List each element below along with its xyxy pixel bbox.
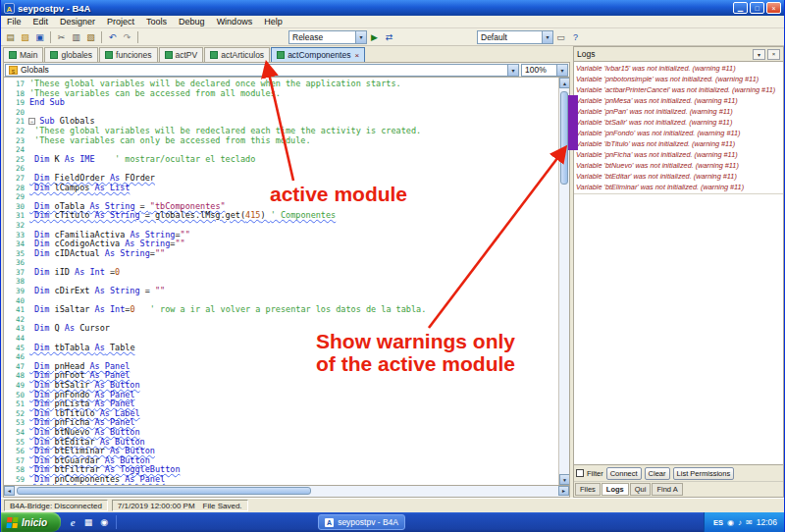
code-line-41[interactable]: 41 Dim iSaltar As Int=0 ' row a ir al vo… xyxy=(4,305,558,315)
volume-icon[interactable]: ♪ xyxy=(738,518,742,527)
release-mode-select[interactable]: Release▾ xyxy=(288,30,367,44)
messenger-icon[interactable]: ✉ xyxy=(746,518,753,527)
open-project-icon[interactable]: ▨ xyxy=(18,29,32,44)
code-line-37[interactable]: 37 Dim iID As Int =0 xyxy=(4,268,558,278)
code-line-31[interactable]: 31 Dim cTitulo As String = globales.lMsg… xyxy=(4,211,558,221)
zoom-selector-combo[interactable]: 100% ▾ xyxy=(521,64,568,77)
list-permissions-button[interactable]: List Permissions xyxy=(673,467,735,480)
compile-run-icon[interactable]: ▶ xyxy=(367,29,382,44)
menu-designer[interactable]: Designer xyxy=(54,16,101,27)
log-warning[interactable]: Variable 'lbTitulo' was not initialized.… xyxy=(576,138,781,149)
undo-icon[interactable]: ↶ xyxy=(105,29,120,44)
log-warning[interactable]: Variable 'btSalir' was not initialized. … xyxy=(576,117,781,128)
chevron-down-icon[interactable]: ▾ xyxy=(507,65,518,76)
chevron-down-icon[interactable]: ▾ xyxy=(355,31,366,43)
pin-icon[interactable]: ▾ xyxy=(753,49,765,60)
chevron-down-icon[interactable]: ▾ xyxy=(542,31,552,43)
new-file-icon[interactable]: ▤ xyxy=(3,29,18,44)
menu-tools[interactable]: Tools xyxy=(140,16,173,27)
taskbar-app-button[interactable]: A seypostpv - B4A xyxy=(318,514,405,530)
code-line-35[interactable]: 35 Dim cIDActual As String="" xyxy=(4,249,558,259)
tab-funciones[interactable]: funciones xyxy=(99,47,157,62)
code-line-28[interactable]: 28 Dim lCampos As List xyxy=(4,184,558,193)
code-line-59[interactable]: 59 Dim pnComponentes As Panel xyxy=(4,475,558,485)
filter-checkbox[interactable] xyxy=(576,469,584,477)
log-warning[interactable]: Variable 'pnFondo' was not initialized. … xyxy=(576,128,781,138)
media-player-icon[interactable]: ◉ xyxy=(97,515,111,529)
line-number: 41 xyxy=(4,305,29,315)
language-indicator[interactable]: ES xyxy=(713,518,723,527)
b4a-app-icon: A xyxy=(325,518,334,527)
logs-panel: Logs ▾ × Variable 'lvbar15' was not init… xyxy=(573,46,784,498)
log-warning[interactable]: Variable 'btNuevo' was not initialized. … xyxy=(576,160,781,171)
editor-sub-bar: s Globals ▾ 100% ▾ xyxy=(3,62,570,78)
panel-tab-files[interactable]: Files xyxy=(575,483,601,496)
log-warning[interactable]: Variable 'pnMesa' was not initialized. (… xyxy=(576,95,781,106)
minimize-button[interactable]: ▁ xyxy=(733,2,748,14)
scrollbar-thumb[interactable] xyxy=(560,91,568,185)
redo-icon[interactable]: ↷ xyxy=(120,29,134,44)
connect-button[interactable]: Connect xyxy=(606,467,642,480)
line-number: 39 xyxy=(4,287,29,296)
tab-actComponentes[interactable]: actComponentes× xyxy=(271,47,365,62)
designer-icon[interactable]: ▭ xyxy=(553,29,568,44)
menu-project[interactable]: Project xyxy=(101,16,140,27)
log-warning[interactable]: Variable 'actbarPrinterCancel' was not i… xyxy=(576,84,781,95)
line-number: 45 xyxy=(4,344,29,353)
paste-icon[interactable]: ▧ xyxy=(83,29,98,44)
log-warning[interactable]: Variable 'pnFicha' was not initialized. … xyxy=(576,149,781,160)
fold-marker-icon[interactable]: − xyxy=(28,118,35,125)
code-line-39[interactable]: 39 Dim cDirExt As String = "" xyxy=(4,287,558,296)
bridge-icon[interactable]: ⇄ xyxy=(382,29,396,44)
cut-icon[interactable]: ✂ xyxy=(54,29,69,44)
log-warning[interactable]: Variable 'lvbar15' was not initialized. … xyxy=(576,63,781,74)
network-icon[interactable]: ◉ xyxy=(727,518,734,527)
help-icon[interactable]: ? xyxy=(568,29,583,44)
close-tab-icon[interactable]: × xyxy=(354,51,359,60)
menu-help[interactable]: Help xyxy=(258,16,288,27)
member-selector-combo[interactable]: s Globals ▾ xyxy=(5,64,519,77)
scrollbar-thumb[interactable] xyxy=(17,487,311,495)
menu-edit[interactable]: Edit xyxy=(27,16,55,27)
code-line-43[interactable]: 43 Dim Q As Cursor xyxy=(4,324,558,334)
panel-tab-find-a[interactable]: Find A xyxy=(652,483,682,496)
log-warning[interactable]: Variable 'btEliminar' was not initialize… xyxy=(576,182,781,192)
menu-debug[interactable]: Debug xyxy=(173,16,211,27)
copy-icon[interactable]: ▥ xyxy=(69,29,83,44)
scroll-left-icon[interactable]: ◄ xyxy=(4,486,15,496)
close-button[interactable]: × xyxy=(766,2,781,14)
tab-Main[interactable]: Main xyxy=(3,47,43,62)
log-warning[interactable]: Variable 'pnPan' was not initialized. (w… xyxy=(576,106,781,117)
build-config-select[interactable]: Default▾ xyxy=(477,30,553,44)
scroll-up-icon[interactable]: ▲ xyxy=(559,78,570,88)
log-warning[interactable]: Variable 'btEditar' was not initialized.… xyxy=(576,171,781,182)
code-line-18[interactable]: 18'These variables can be accessed from … xyxy=(4,89,558,99)
menu-file[interactable]: File xyxy=(1,16,27,27)
scroll-right-icon[interactable]: ► xyxy=(558,486,569,496)
close-panel-icon[interactable]: × xyxy=(767,49,780,60)
editor-horizontal-scrollbar[interactable]: ◄ ► xyxy=(3,486,570,498)
code-editor[interactable]: 17'These global variables will be declar… xyxy=(3,78,570,486)
log-warning[interactable]: Variable 'pnbotonsimple' was not initial… xyxy=(576,74,781,84)
code-line-19[interactable]: 19End Sub xyxy=(4,98,558,108)
save-icon[interactable]: ▣ xyxy=(32,29,47,44)
panel-tab-qui[interactable]: Qui xyxy=(630,483,652,496)
line-number: 20 xyxy=(4,108,29,118)
tab-actPV[interactable]: actPV xyxy=(159,47,204,62)
scroll-down-icon[interactable]: ▼ xyxy=(559,474,570,485)
show-desktop-icon[interactable]: ▦ xyxy=(81,515,95,529)
code-line-25[interactable]: 25 Dim K As IME ' mostrar/ocultar el tec… xyxy=(4,155,558,165)
start-button[interactable]: Inicio xyxy=(1,512,61,532)
internet-explorer-icon[interactable]: e xyxy=(66,515,79,529)
tab-globales[interactable]: globales xyxy=(44,47,98,62)
panel-tab-logs[interactable]: Logs xyxy=(602,483,629,496)
maximize-button[interactable]: □ xyxy=(750,2,764,14)
chevron-down-icon[interactable]: ▾ xyxy=(556,65,567,76)
menu-windows[interactable]: Windows xyxy=(211,16,259,27)
code-line-23[interactable]: 23 'These variables can only be accessed… xyxy=(4,136,558,146)
toolbar-separator xyxy=(137,31,138,43)
code-line-45[interactable]: 45 Dim tbTabla As Table xyxy=(4,344,558,353)
clear-button[interactable]: Clear xyxy=(645,467,670,480)
tab-actArticulos[interactable]: actArticulos xyxy=(204,47,270,62)
module-icon xyxy=(50,51,58,59)
